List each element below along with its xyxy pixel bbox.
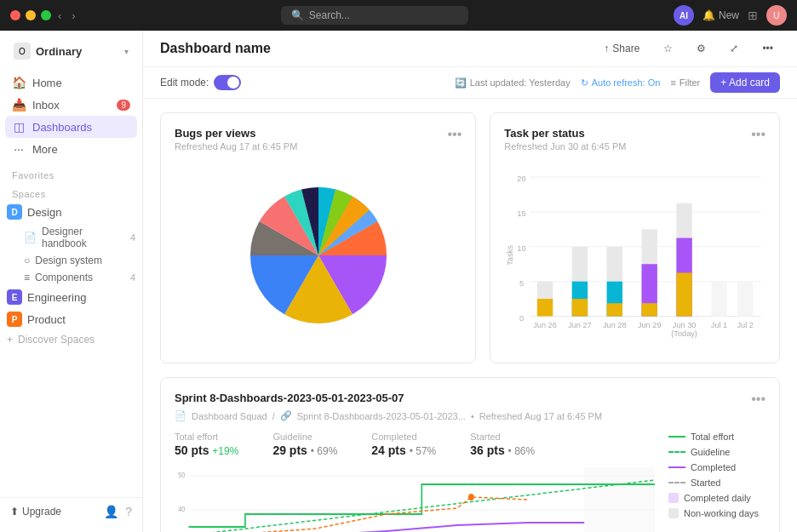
svg-text:Jun 29: Jun 29 (638, 321, 662, 329)
svg-rect-36 (584, 467, 655, 532)
sidebar-item-product[interactable]: P Product (0, 308, 142, 330)
designer-handbook-count: 4 (130, 232, 135, 243)
svg-rect-16 (572, 299, 588, 316)
metric-label: Completed (371, 432, 436, 442)
user-icon[interactable]: 👤 (104, 505, 118, 518)
sidebar-item-label: Dashboards (32, 121, 130, 134)
bugs-chart-more-button[interactable]: ••• (448, 127, 462, 142)
doc-icon: 📄 (24, 232, 37, 243)
svg-text:50: 50 (178, 471, 186, 479)
discover-spaces-button[interactable]: + Discover Spaces (0, 330, 142, 349)
metric-positive: +19% (212, 445, 238, 457)
list-icon: ≡ (24, 272, 30, 283)
legend-item-completed: Completed (668, 462, 765, 472)
sprint-more-button[interactable]: ••• (751, 392, 765, 407)
grid-icon[interactable]: ⊞ (748, 9, 758, 22)
dashboard-grid: Bugs per views Refreshed Aug 17 at 6:45 … (143, 99, 797, 532)
auto-refresh-toggle[interactable]: ↻ Auto refresh: On (581, 77, 661, 89)
more-options-button[interactable]: ••• (755, 39, 780, 58)
edit-mode-toggle[interactable]: Edit mode: (160, 75, 241, 90)
avatar[interactable]: U (766, 5, 787, 26)
search-bar[interactable]: 🔍 Search... (281, 6, 468, 25)
help-icon[interactable]: ? (125, 505, 132, 518)
sidebar-item-more[interactable]: ··· More (5, 138, 137, 160)
task-chart-more-button[interactable]: ••• (751, 127, 765, 142)
svg-rect-13 (537, 299, 553, 316)
traffic-lights (10, 10, 51, 20)
legend-dashed-guideline (668, 451, 685, 453)
svg-text:Tasks: Tasks (507, 245, 515, 266)
workspace-name: Ordinary (36, 45, 82, 58)
share-button[interactable]: ↑ Share (597, 39, 646, 58)
sidebar-nav: 🏠 Home 📥 Inbox 9 ◫ Dashboards ··· More (0, 68, 142, 163)
metric-value: 50 pts +19% (175, 443, 238, 457)
sprint-meta-icon2: 🔗 (280, 410, 292, 421)
share-icon: ↑ (604, 43, 609, 54)
sidebar-item-design[interactable]: D Design (0, 201, 142, 223)
svg-text:Jun 30: Jun 30 (673, 321, 697, 329)
sidebar-item-inbox[interactable]: 📥 Inbox 9 (5, 94, 137, 116)
sidebar-footer: ⬆ Upgrade 👤 ? (0, 497, 142, 525)
upgrade-label: Upgrade (22, 506, 61, 518)
more-icon: ··· (12, 142, 26, 156)
workspace-selector[interactable]: O Ordinary ▾ (3, 37, 139, 65)
sprint-title: Sprint 8-Dashboards-2023-05-01-2023-05-0… (175, 392, 404, 404)
sidebar-item-dashboards[interactable]: ◫ Dashboards (5, 116, 137, 138)
metric-value: 29 pts • 69% (272, 443, 337, 457)
engineering-space-label: Engineering (27, 291, 86, 304)
chevron-down-icon: ▾ (124, 47, 129, 56)
metric-percent: • 86% (508, 445, 536, 457)
svg-text:20: 20 (518, 174, 526, 183)
bugs-chart-subtitle: Refreshed Aug 17 at 6:45 PM (175, 141, 297, 152)
ai-badge[interactable]: AI (674, 5, 694, 26)
sidebar-item-label: Home (32, 77, 130, 89)
legend-label: Started (691, 478, 720, 488)
sidebar-item-design-system[interactable]: ○ Design system (0, 252, 142, 269)
design-space-label: Design (27, 206, 61, 219)
maximize-button[interactable] (41, 10, 51, 20)
expand-button[interactable]: ⤢ (723, 39, 745, 58)
favorites-section-label: Favorites (0, 163, 142, 182)
sprint-meta1: Dashboard Squad (192, 411, 267, 421)
star-icon: ☆ (663, 43, 673, 54)
upgrade-button[interactable]: ⬆ Upgrade (10, 506, 61, 518)
star-button[interactable]: ☆ (657, 39, 679, 58)
toggle-switch[interactable] (214, 75, 241, 90)
back-button[interactable]: ‹ (58, 9, 61, 22)
task-bar-chart: 20 15 10 5 0 Tasks (504, 162, 765, 349)
dashboards-icon: ◫ (12, 120, 26, 134)
add-card-button[interactable]: + Add card (710, 72, 780, 93)
metric-guideline: Guideline 29 pts • 69% (272, 432, 337, 457)
sidebar-item-components[interactable]: ≡ Components 4 (0, 269, 142, 286)
sprint-header: Sprint 8-Dashboards-2023-05-01-2023-05-0… (175, 392, 765, 407)
upgrade-icon: ⬆ (10, 506, 19, 518)
settings-button[interactable]: ⚙ (690, 39, 713, 58)
svg-rect-19 (607, 303, 622, 316)
expand-icon: ⤢ (730, 43, 738, 54)
bugs-chart-title: Bugs per views (175, 127, 297, 140)
sidebar-item-home[interactable]: 🏠 Home (5, 72, 137, 94)
svg-text:(Today): (Today) (672, 329, 698, 338)
search-icon: 🔍 (291, 9, 304, 21)
legend-block-completed-daily (668, 493, 679, 503)
edit-mode-label: Edit mode: (160, 77, 209, 89)
circle-icon: ○ (24, 255, 30, 266)
metric-started: Started 36 pts • 86% (470, 432, 535, 457)
sidebar-item-engineering[interactable]: E Engineering (0, 286, 142, 308)
sidebar-item-designer-handbook[interactable]: 📄 Designer handbook 4 (0, 223, 142, 252)
svg-text:Jul 1: Jul 1 (711, 321, 727, 329)
minimize-button[interactable] (26, 10, 36, 20)
svg-text:40: 40 (178, 505, 186, 513)
refresh-icon: 🔄 (455, 77, 467, 89)
filter-button[interactable]: ≡ Filter (670, 77, 700, 88)
last-updated-indicator: 🔄 Last updated: Yesterday (455, 77, 571, 89)
sprint-refresh-label: Refreshed Aug 17 at 6:45 PM (479, 411, 602, 421)
close-button[interactable] (10, 10, 20, 20)
forward-button[interactable]: › (72, 9, 75, 22)
svg-text:0: 0 (519, 314, 524, 323)
svg-text:Jun 27: Jun 27 (568, 321, 592, 329)
svg-text:5: 5 (519, 279, 524, 288)
legend-block-non-working (668, 508, 679, 518)
new-button[interactable]: 🔔 New (702, 9, 739, 21)
legend-line-completed (668, 466, 685, 468)
